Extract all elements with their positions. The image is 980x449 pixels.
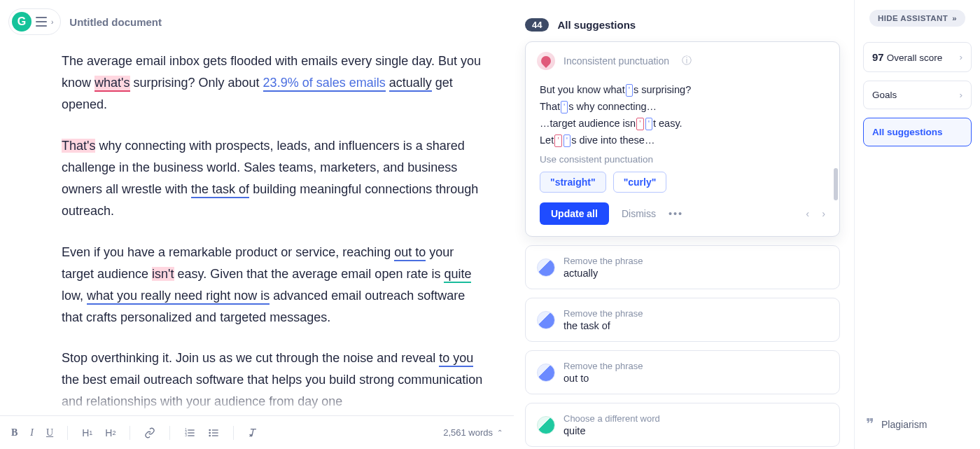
bullet-list-button[interactable] bbox=[208, 427, 219, 438]
correctness-icon bbox=[537, 52, 555, 70]
text: the best email outreach software that he… bbox=[62, 373, 482, 408]
svg-text:3: 3 bbox=[186, 434, 188, 437]
char-curly: ’ bbox=[554, 134, 562, 147]
h2-button[interactable]: H2 bbox=[105, 427, 115, 438]
menu-icon bbox=[36, 17, 47, 27]
clarity-icon bbox=[537, 258, 555, 277]
suggestion-need-now[interactable]: what you really need right now is bbox=[87, 289, 270, 305]
chevron-right-icon: › bbox=[960, 52, 963, 62]
svg-rect-1 bbox=[188, 432, 195, 433]
suggestion-category: Remove the phrase bbox=[564, 308, 643, 319]
link-button[interactable] bbox=[144, 427, 155, 438]
text: Even if you have a remarkable product or… bbox=[62, 245, 394, 259]
suggestion-count-badge: 44 bbox=[525, 18, 549, 32]
chevron-double-right-icon: » bbox=[952, 14, 957, 22]
suggestion-category: Remove the phrase bbox=[564, 256, 643, 266]
char-straight: ' bbox=[645, 118, 652, 130]
next-suggestion-button[interactable]: › bbox=[822, 208, 825, 219]
suggestion-card[interactable]: Choose a different word quite bbox=[525, 403, 840, 447]
update-all-button[interactable]: Update all bbox=[540, 202, 609, 225]
char-straight: ' bbox=[561, 101, 568, 113]
suggestion-card[interactable]: Remove the phrase out to bbox=[525, 350, 840, 394]
suggestions-title: All suggestions bbox=[557, 19, 636, 31]
suggestion-out-to[interactable]: out to bbox=[394, 245, 426, 261]
link-open-rate[interactable]: 23.9% of sales emails bbox=[263, 76, 386, 92]
svg-rect-2 bbox=[188, 435, 195, 436]
overall-score-card[interactable]: 97Overall score › bbox=[863, 42, 972, 72]
suggestion-text: quite bbox=[564, 425, 660, 436]
highlight-thats[interactable]: That's bbox=[62, 139, 95, 153]
suggestion-actually[interactable]: actually bbox=[389, 76, 432, 92]
suggestion-hint: Use consistent punctuation bbox=[540, 154, 825, 165]
suggestion-card-expanded[interactable]: Inconsistent punctuation ⓘ But you know … bbox=[525, 41, 840, 237]
svg-rect-0 bbox=[188, 429, 195, 430]
dismiss-button[interactable]: Dismiss bbox=[622, 208, 656, 219]
clear-formatting-button[interactable] bbox=[248, 427, 259, 438]
char-curly: ’ bbox=[636, 118, 644, 130]
option-curly[interactable]: "curly" bbox=[613, 172, 667, 193]
highlight-whats[interactable]: what's bbox=[94, 76, 130, 92]
svg-point-8 bbox=[209, 434, 211, 436]
clarity-icon bbox=[537, 311, 555, 329]
h1-button[interactable]: H1 bbox=[82, 427, 92, 438]
app-menu-pill[interactable]: G › bbox=[8, 8, 61, 35]
char-straight: ' bbox=[564, 134, 570, 147]
underline-button[interactable]: U bbox=[46, 427, 53, 438]
text: Stop overthinking it. Join us as we cut … bbox=[62, 351, 439, 365]
svg-rect-11 bbox=[212, 435, 218, 436]
chevron-right-icon: › bbox=[960, 90, 963, 100]
svg-rect-10 bbox=[212, 432, 218, 433]
suggestion-to-you[interactable]: to you bbox=[439, 351, 473, 367]
document-title[interactable]: Untitled document bbox=[69, 16, 162, 28]
option-straight[interactable]: "straight" bbox=[540, 172, 606, 193]
char-straight: ' bbox=[626, 84, 633, 97]
plagiarism-button[interactable]: ❞ Plagiarism bbox=[863, 408, 972, 441]
scrollbar[interactable] bbox=[834, 168, 838, 200]
highlight-isnt[interactable]: isn't bbox=[152, 267, 174, 281]
all-suggestions-card[interactable]: All suggestions bbox=[863, 118, 972, 146]
suggestion-card[interactable]: Remove the phrase actually bbox=[525, 245, 840, 289]
text: surprising? Only about bbox=[130, 76, 263, 90]
svg-rect-9 bbox=[212, 429, 218, 430]
more-menu[interactable]: ••• bbox=[668, 208, 683, 219]
editor-area[interactable]: The average email inbox gets flooded wit… bbox=[0, 43, 514, 449]
suggestion-text: actually bbox=[564, 268, 643, 279]
suggestion-text: out to bbox=[564, 373, 643, 384]
grammarly-logo-icon: G bbox=[12, 12, 31, 32]
numbered-list-button[interactable]: 123 bbox=[184, 427, 195, 438]
chevron-up-icon: ⌃ bbox=[497, 429, 503, 436]
chevron-right-icon: › bbox=[51, 18, 53, 26]
text: low, bbox=[62, 289, 87, 303]
plagiarism-icon: ❞ bbox=[866, 415, 874, 434]
formatting-toolbar: B I U H1 H2 123 2,561 words ⌃ bbox=[0, 415, 514, 449]
svg-point-7 bbox=[209, 431, 211, 434]
suggestion-card[interactable]: Remove the phrase the task of bbox=[525, 298, 840, 342]
engagement-icon bbox=[537, 416, 555, 434]
text: easy. Given that the average email open … bbox=[174, 267, 444, 281]
bold-button[interactable]: B bbox=[11, 427, 18, 438]
hide-assistant-button[interactable]: HIDE ASSISTANT » bbox=[869, 10, 965, 27]
suggestion-category: Inconsistent punctuation bbox=[564, 55, 669, 67]
suggestion-category: Remove the phrase bbox=[564, 361, 643, 371]
text bbox=[386, 76, 389, 90]
suggestion-the-task-of[interactable]: the task of bbox=[191, 182, 249, 198]
word-count[interactable]: 2,561 words ⌃ bbox=[443, 427, 503, 438]
italic-button[interactable]: I bbox=[30, 427, 34, 438]
goals-card[interactable]: Goals › bbox=[863, 81, 972, 109]
suggestion-category: Choose a different word bbox=[564, 413, 660, 424]
prev-suggestion-button[interactable]: ‹ bbox=[806, 208, 809, 219]
suggestion-quite[interactable]: quite bbox=[444, 267, 471, 283]
clarity-icon bbox=[537, 364, 555, 382]
suggestion-text: the task of bbox=[564, 320, 643, 331]
info-icon[interactable]: ⓘ bbox=[682, 55, 692, 67]
svg-point-6 bbox=[209, 429, 211, 431]
